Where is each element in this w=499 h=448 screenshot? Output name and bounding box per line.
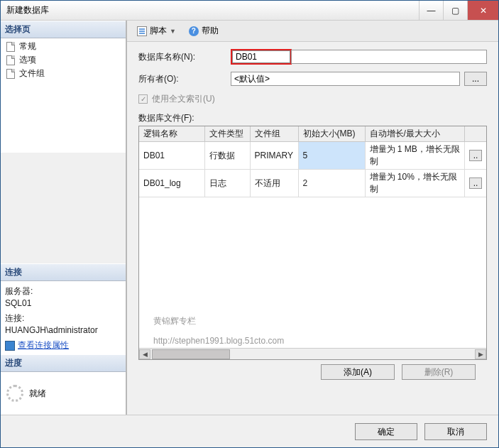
help-button[interactable]: ? 帮助: [185, 23, 223, 38]
cell-file-type[interactable]: 日志: [204, 170, 250, 197]
table-row[interactable]: DB01行数据PRIMARY5增量为 1 MB，增长无限制..: [139, 142, 486, 170]
db-name-label: 数据库名称(N):: [138, 51, 231, 63]
col-action: [465, 126, 487, 142]
cell-initial-size[interactable]: 2: [298, 170, 365, 197]
owner-label: 所有者(O):: [138, 73, 231, 85]
cell-file-type[interactable]: 行数据: [204, 142, 250, 170]
cell-logical-name[interactable]: DB01: [139, 142, 204, 170]
server-label: 服务器:: [5, 285, 121, 297]
table-row[interactable]: DB01_log日志不适用2增量为 10%，增长无限制..: [139, 170, 486, 197]
window-title: 新建数据库: [6, 4, 49, 16]
main-pane: 脚本 ▼ ? 帮助 数据库名称(N): 所有者(O):: [127, 21, 498, 415]
script-button[interactable]: 脚本 ▼: [133, 23, 180, 38]
sidebar: 选择页 常规 选项 文件组 连接 服务器: SQL01: [1, 21, 127, 415]
owner-combo: ...: [231, 72, 487, 86]
fulltext-checkbox: ✓: [138, 94, 148, 104]
page-icon: [5, 69, 16, 79]
progress-body: 就绪: [1, 372, 126, 415]
cell-filegroup[interactable]: PRIMARY: [250, 142, 298, 170]
view-connection-properties[interactable]: 查看连接属性: [5, 339, 121, 351]
titlebar: 新建数据库 — ▢ ✕: [1, 1, 498, 21]
select-page-list: 常规 选项 文件组: [1, 38, 126, 153]
form-area: 数据库名称(N): 所有者(O): ... ✓ 使用全文索引(U): [127, 42, 498, 386]
col-autogrowth[interactable]: 自动增长/最大大小: [365, 126, 465, 142]
fulltext-row: ✓ 使用全文索引(U): [138, 93, 487, 105]
sidebar-item-label: 选项: [19, 54, 36, 66]
row-ellipsis-button[interactable]: ..: [469, 150, 482, 161]
dialog-window: 新建数据库 — ▢ ✕ 选择页 常规 选项 文件组: [0, 0, 499, 448]
window-controls: — ▢ ✕: [419, 1, 498, 20]
cell-action: ..: [465, 170, 487, 197]
help-label: 帮助: [202, 25, 219, 37]
watermark: 黄锦辉专栏 http://stephen1991.blog.51cto.com: [153, 311, 284, 351]
db-name-input-extended[interactable]: [291, 50, 487, 64]
col-initial-size[interactable]: 初始大小(MB): [298, 126, 365, 142]
content-area: 选择页 常规 选项 文件组 连接 服务器: SQL01: [1, 21, 498, 415]
watermark-line1: 黄锦辉专栏: [153, 311, 284, 331]
select-page-header: 选择页: [1, 21, 126, 38]
dropdown-icon: ▼: [170, 28, 176, 35]
owner-input[interactable]: [231, 72, 460, 86]
sidebar-item-label: 文件组: [19, 67, 45, 80]
ok-button[interactable]: 确定: [355, 423, 417, 440]
file-action-row: 添加(A) 删除(R): [138, 360, 487, 383]
row-ellipsis-button[interactable]: ..: [469, 177, 482, 189]
connection-value: HUANGJH\administrator: [5, 325, 121, 335]
col-filegroup[interactable]: 文件组: [250, 126, 298, 142]
connection-body: 服务器: SQL01 连接: HUANGJH\administrator 查看连…: [1, 281, 126, 354]
properties-icon: [5, 341, 15, 351]
sidebar-item-label: 常规: [19, 40, 36, 53]
script-icon: [137, 26, 147, 36]
cancel-button[interactable]: 取消: [424, 423, 487, 440]
close-button[interactable]: ✕: [467, 1, 498, 20]
cell-filegroup[interactable]: 不适用: [250, 170, 298, 197]
cell-autogrowth[interactable]: 增量为 10%，增长无限制: [365, 170, 465, 197]
maximize-button[interactable]: ▢: [443, 1, 467, 20]
server-value: SQL01: [5, 298, 121, 308]
spinner-icon: [6, 385, 23, 402]
cell-logical-name[interactable]: DB01_log: [139, 170, 204, 197]
cell-autogrowth[interactable]: 增量为 1 MB，增长无限制: [365, 142, 465, 170]
db-name-row: 数据库名称(N):: [138, 49, 487, 65]
fulltext-label: 使用全文索引(U): [152, 93, 215, 105]
progress-header: 进度: [1, 354, 126, 372]
owner-browse-button[interactable]: ...: [464, 72, 487, 86]
toolbar: 脚本 ▼ ? 帮助: [127, 21, 498, 42]
script-label: 脚本: [150, 25, 167, 37]
view-connection-link: 查看连接属性: [18, 339, 69, 351]
col-logical-name[interactable]: 逻辑名称: [139, 126, 204, 142]
connection-header: 连接: [1, 263, 126, 281]
db-name-highlight: [231, 49, 292, 65]
sidebar-item-options[interactable]: 选项: [1, 53, 126, 67]
help-icon: ?: [189, 26, 199, 36]
owner-row: 所有者(O): ...: [138, 72, 487, 86]
progress-status: 就绪: [29, 388, 46, 400]
minimize-button[interactable]: —: [419, 1, 443, 20]
remove-file-button: 删除(R): [402, 364, 476, 380]
col-file-type[interactable]: 文件类型: [204, 126, 250, 142]
scroll-left-button[interactable]: ◀: [139, 349, 150, 359]
sidebar-item-filegroups[interactable]: 文件组: [1, 67, 126, 80]
scroll-right-button[interactable]: ▶: [475, 349, 486, 359]
sidebar-item-general[interactable]: 常规: [1, 40, 126, 53]
cell-initial-size[interactable]: 5: [298, 142, 365, 170]
horizontal-scrollbar[interactable]: ◀ ▶: [139, 348, 486, 359]
scroll-thumb[interactable]: [152, 349, 230, 359]
table-header-row: 逻辑名称 文件类型 文件组 初始大小(MB) 自动增长/最大大小: [139, 126, 486, 142]
connection-label: 连接:: [5, 312, 121, 324]
dialog-footer: 确定 取消: [1, 415, 498, 447]
add-file-button[interactable]: 添加(A): [321, 364, 395, 380]
page-icon: [5, 42, 16, 52]
files-label: 数据库文件(F):: [138, 112, 487, 124]
cell-action: ..: [465, 142, 487, 170]
page-icon: [5, 55, 16, 65]
db-name-input[interactable]: [232, 50, 290, 63]
files-table: 逻辑名称 文件类型 文件组 初始大小(MB) 自动增长/最大大小 DB01行数据…: [139, 126, 486, 197]
files-table-container: 逻辑名称 文件类型 文件组 初始大小(MB) 自动增长/最大大小 DB01行数据…: [138, 126, 487, 360]
